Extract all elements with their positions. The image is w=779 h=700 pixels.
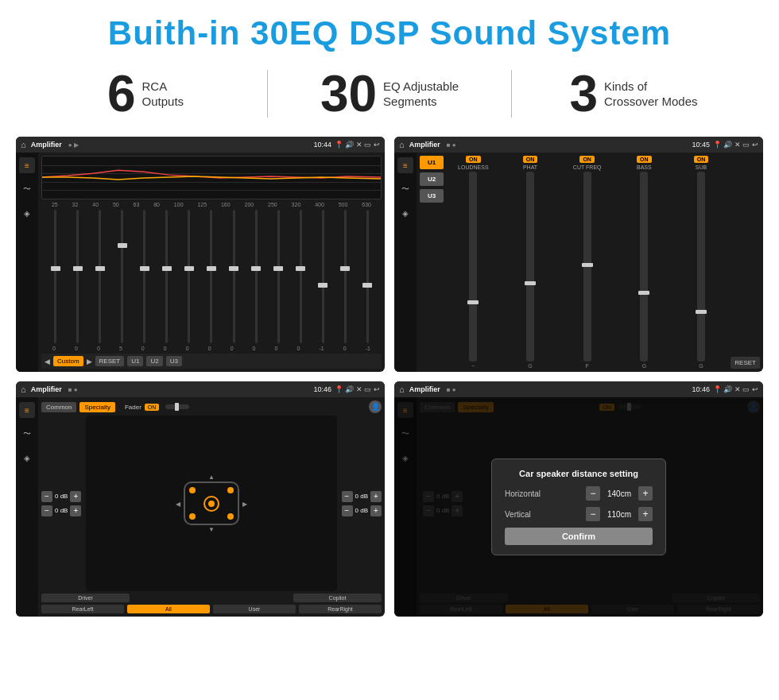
fader-horizontal-slider[interactable] [165,404,189,409]
eq-slider-3[interactable] [111,210,133,343]
eq-slider-2[interactable] [89,210,110,343]
crossover-sidebar-wave[interactable]: 〜 [397,181,413,197]
horizontal-minus[interactable]: − [586,486,600,501]
vol-minus-tl[interactable]: − [41,491,52,502]
eq-slider-14[interactable] [357,210,378,343]
home-icon[interactable]: ⌂ [21,140,26,149]
nav-up[interactable]: ▲ [208,474,215,481]
dialog-screen: ⌂ Amplifier ■ ● 10:46 📍 🔊 ✕ ▭ ↩ ≡ 〜 ◈ Co… [394,381,763,617]
fader-sidebar-speaker[interactable]: ◈ [19,450,35,466]
vol-plus-bl[interactable]: + [70,505,81,516]
nav-down[interactable]: ▼ [208,526,215,533]
stat-eq-text: EQ AdjustableSegments [383,79,459,110]
eq-prev-icon[interactable]: ◀ [45,358,50,365]
crossover-sidebar-eq[interactable]: ≡ [397,157,413,173]
copilot-btn[interactable]: Copilot [293,594,382,602]
eq-next-icon[interactable]: ▶ [87,358,92,365]
eq-u2-btn[interactable]: U2 [146,356,162,366]
rearleft-btn[interactable]: RearLeft [41,605,124,613]
dialog-home-icon[interactable]: ⌂ [399,385,405,394]
eq-slider-7[interactable] [200,210,222,343]
amp-ch-cutfreq: ON CUT FREQ F [560,156,614,369]
crossover-home-icon[interactable]: ⌂ [399,140,405,149]
eq-slider-12[interactable] [312,210,334,343]
preset-u1[interactable]: U1 [420,156,444,169]
amp-reset-btn[interactable]: RESET [731,357,760,369]
specialty-tab[interactable]: Specialty [79,402,114,412]
eq-slider-8[interactable] [223,210,245,343]
bass-val: G [642,363,646,369]
vertical-minus[interactable]: − [586,507,600,521]
preset-u3[interactable]: U3 [420,189,444,203]
sub-on-badge[interactable]: ON [694,156,709,163]
vol-minus-br[interactable]: − [342,505,353,516]
fader-sidebar-wave[interactable]: 〜 [19,426,35,442]
eq-u3-btn[interactable]: U3 [166,356,182,366]
dialog-app-name: Amplifier [409,385,440,393]
eq-slider-4[interactable] [134,210,155,343]
eq-main-area: 253240506380100125160200250320400500630 [38,153,385,372]
amp-ch-bass: ON BASS G [617,156,672,369]
eq-sidebar-eq[interactable]: ≡ [19,157,35,173]
nav-left[interactable]: ◀ [176,500,180,507]
eq-slider-6[interactable] [178,210,200,343]
dialog-title: Car speaker distance setting [505,469,653,478]
eq-slider-1[interactable] [67,210,88,343]
vol-plus-tl[interactable]: + [70,491,81,502]
speaker-dot-rr [227,513,234,520]
fader-top-bar: Common Specialty Fader ON 👤 [41,400,382,413]
confirm-button[interactable]: Confirm [505,528,653,545]
bass-slider[interactable] [640,172,648,362]
vertical-plus[interactable]: + [638,507,653,521]
fader-on-badge[interactable]: ON [145,404,160,411]
phat-on-badge[interactable]: ON [523,156,538,163]
stat-crossover-number: 3 [569,68,598,119]
eq-reset-btn[interactable]: RESET [95,356,125,366]
stat-divider-1 [267,70,268,118]
user-avatar[interactable]: 👤 [369,400,382,413]
all-btn[interactable]: All [127,605,210,613]
eq-sidebar-speaker[interactable]: ◈ [19,205,35,221]
loudness-slider[interactable] [469,172,477,362]
fader-sidebar-eq[interactable]: ≡ [19,402,35,418]
cutfreq-slider[interactable] [583,172,591,362]
eq-slider-13[interactable] [335,210,356,343]
center-speaker [203,496,219,512]
eq-slider-0[interactable] [45,210,66,343]
cutfreq-on-badge[interactable]: ON [579,156,595,163]
common-tab[interactable]: Common [41,402,76,412]
driver-btn[interactable]: Driver [41,594,130,602]
nav-right[interactable]: ▶ [242,500,247,507]
eq-content: ≡ 〜 ◈ 2532405063801 [16,153,385,372]
fader-main-area: Common Specialty Fader ON 👤 − 0 dB [38,397,385,617]
fader-home-icon[interactable]: ⌂ [21,385,26,394]
screens-grid: ⌂ Amplifier ● ▶ 10:44 📍 🔊 ✕ ▭ ↩ ≡ 〜 ◈ [0,130,779,623]
user-btn[interactable]: User [213,605,296,613]
vol-control-br: − 0 dB + [342,505,382,516]
eq-slider-5[interactable] [156,210,177,343]
preset-u2[interactable]: U2 [420,172,444,186]
eq-slider-9[interactable] [246,210,267,343]
cutfreq-label: CUT FREQ [573,164,602,170]
vol-minus-bl[interactable]: − [41,505,52,516]
sub-val: G [699,363,703,369]
crossover-sidebar-speaker[interactable]: ◈ [397,205,413,221]
eq-u1-btn[interactable]: U1 [127,356,143,366]
eq-sidebar-wave[interactable]: 〜 [19,181,35,197]
vol-val-br: 0 dB [355,507,368,514]
vol-minus-tr[interactable]: − [342,491,353,502]
phat-slider[interactable] [526,172,534,362]
horizontal-plus[interactable]: + [638,486,653,501]
bass-on-badge[interactable]: ON [637,156,652,163]
eq-slider-11[interactable] [290,210,312,343]
sub-slider[interactable] [697,172,705,362]
vol-plus-br[interactable]: + [370,505,382,516]
vol-plus-tr[interactable]: + [370,491,382,502]
eq-graph [41,156,382,199]
loudness-on-badge[interactable]: ON [466,156,481,163]
eq-slider-10[interactable] [268,210,289,343]
crossover-indicators: ■ ● [447,141,456,149]
rearright-btn[interactable]: RearRight [299,605,382,613]
eq-custom-btn[interactable]: Custom [53,356,83,366]
car-diagram: ▲ ▼ ◀ ▶ [184,481,239,525]
